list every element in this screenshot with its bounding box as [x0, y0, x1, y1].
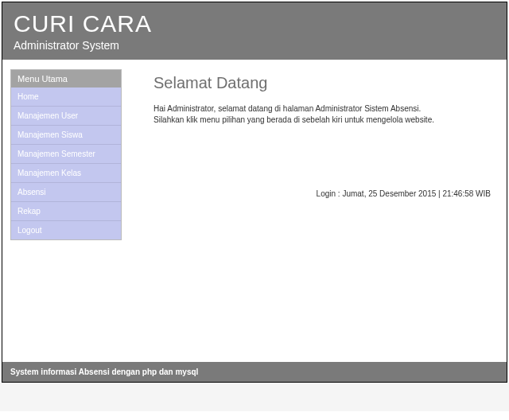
welcome-line-1: Hai Administrator, selamat datang di hal… — [153, 103, 491, 115]
login-label: Login : — [317, 189, 340, 198]
sidebar-item-manajemen-kelas[interactable]: Manajemen Kelas — [11, 164, 121, 183]
brand-title: CURI CARA — [14, 10, 495, 37]
page-title: Selamat Datang — [153, 74, 491, 92]
page-bottom-spacer — [0, 383, 509, 411]
footer-text: System informasi Absensi dengan php dan … — [10, 368, 198, 376]
app-window: CURI CARA Administrator System Menu Utam… — [2, 2, 507, 383]
login-info: Login : Jumat, 25 Desember 2015 | 21:46:… — [153, 189, 491, 198]
body: Menu Utama Home Manajemen User Manajemen… — [2, 60, 507, 362]
sidebar-item-manajemen-user[interactable]: Manajemen User — [11, 107, 121, 126]
menu-items: Home Manajemen User Manajemen Siswa Mana… — [11, 88, 121, 239]
sidebar-item-manajemen-semester[interactable]: Manajemen Semester — [11, 145, 121, 164]
menu-box: Menu Utama Home Manajemen User Manajemen… — [10, 69, 122, 240]
sidebar-item-absensi[interactable]: Absensi — [11, 183, 121, 202]
sidebar-item-logout[interactable]: Logout — [11, 221, 121, 239]
header: CURI CARA Administrator System — [2, 2, 507, 60]
sidebar: Menu Utama Home Manajemen User Manajemen… — [2, 60, 122, 362]
sidebar-item-manajemen-siswa[interactable]: Manajemen Siswa — [11, 126, 121, 145]
menu-title: Menu Utama — [11, 70, 121, 88]
sidebar-item-rekap[interactable]: Rekap — [11, 202, 121, 221]
login-timestamp: Jumat, 25 Desember 2015 | 21:46:58 WIB — [342, 189, 491, 198]
welcome-line-2: Silahkan klik menu pilihan yang berada d… — [153, 115, 491, 126]
main-content: Selamat Datang Hai Administrator, selama… — [122, 60, 507, 362]
footer: System informasi Absensi dengan php dan … — [2, 362, 507, 382]
brand-subtitle: Administrator System — [14, 39, 495, 52]
sidebar-item-home[interactable]: Home — [11, 88, 121, 107]
